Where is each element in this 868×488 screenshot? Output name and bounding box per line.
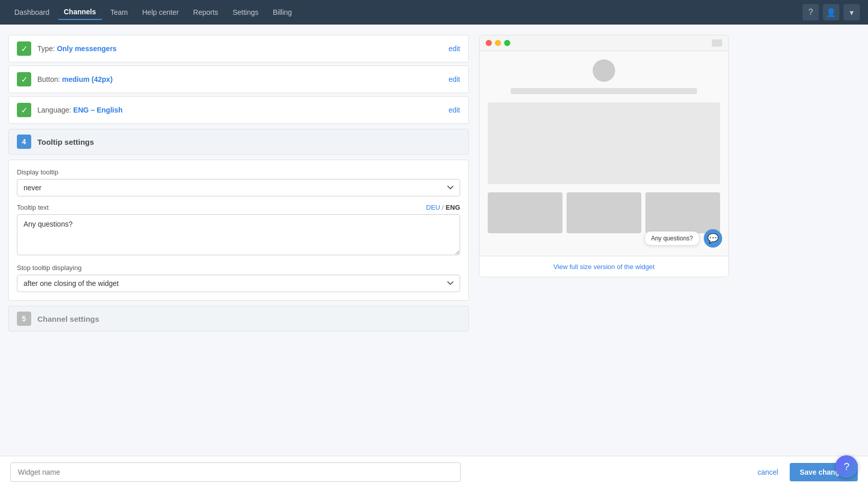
top-navigation: Dashboard Channels Team Help center Repo… xyxy=(0,0,868,25)
preview-avatar xyxy=(593,59,615,82)
language-check-icon: ✓ xyxy=(17,103,31,117)
view-fullsize-container: View full size version of the widget xyxy=(480,256,728,277)
nav-item-reports[interactable]: Reports xyxy=(187,5,224,19)
right-panel: Any questions? 💬 View full size version … xyxy=(479,35,729,478)
type-edit-link[interactable]: edit xyxy=(448,45,460,53)
preview-tooltip-bubble: Any questions? xyxy=(644,231,700,246)
preview-titlebar-icon xyxy=(712,39,722,47)
preview-content-box xyxy=(488,102,720,184)
nav-item-help-center[interactable]: Help center xyxy=(136,5,185,19)
lang-separator: / xyxy=(442,204,446,211)
channel-section-number: 5 xyxy=(17,312,31,326)
nav-links: Dashboard Channels Team Help center Repo… xyxy=(8,5,298,20)
view-fullsize-link[interactable]: View full size version of the widget xyxy=(553,263,655,271)
cancel-button[interactable]: cancel xyxy=(751,464,784,480)
preview-widget-area: Any questions? 💬 xyxy=(644,229,722,248)
tooltip-text-header: Tooltip text DEU / ENG xyxy=(17,204,460,211)
nav-item-settings[interactable]: Settings xyxy=(226,5,265,19)
nav-item-dashboard[interactable]: Dashboard xyxy=(8,5,56,19)
widget-preview: Any questions? 💬 View full size version … xyxy=(479,35,729,277)
traffic-dot-yellow xyxy=(495,40,501,46)
help-icon-button[interactable]: ? xyxy=(802,4,819,20)
display-tooltip-label: Display tooltip xyxy=(17,168,460,176)
nav-actions: ? 👤 ▾ xyxy=(802,4,860,20)
type-label: Type: Only messengers xyxy=(37,45,444,53)
main-container: ✓ Type: Only messengers edit ✓ Button: m… xyxy=(0,25,737,488)
language-edit-link[interactable]: edit xyxy=(448,106,460,114)
dropdown-icon-button[interactable]: ▾ xyxy=(843,4,860,20)
widget-name-input[interactable] xyxy=(10,462,461,482)
nav-item-channels[interactable]: Channels xyxy=(58,5,102,20)
preview-body: Any questions? 💬 xyxy=(480,51,728,256)
preview-card-2 xyxy=(567,192,641,233)
language-row: ✓ Language: ENG – English edit xyxy=(8,96,469,124)
support-bubble[interactable]: ? xyxy=(835,455,858,478)
display-tooltip-select[interactable]: never always after delay xyxy=(17,179,460,196)
button-check-icon: ✓ xyxy=(17,72,31,86)
channel-section-title: Channel settings xyxy=(37,315,99,323)
preview-titlebar xyxy=(480,35,728,51)
type-value: Only messengers xyxy=(57,45,117,53)
display-tooltip-group: Display tooltip never always after delay xyxy=(17,168,460,196)
stop-tooltip-label: Stop tooltip displaying xyxy=(17,264,460,272)
tooltip-text-group: Tooltip text DEU / ENG Any questions? xyxy=(17,204,460,257)
lang-deu-link[interactable]: DEU xyxy=(426,204,440,211)
preview-card-1 xyxy=(488,192,562,233)
tooltip-section-header[interactable]: 4 Tooltip settings xyxy=(8,129,469,154)
stop-tooltip-select[interactable]: after one closing of the widget never al… xyxy=(17,275,460,292)
button-label: Button: medium (42px) xyxy=(37,75,444,83)
language-value: ENG – English xyxy=(73,106,122,114)
lang-switcher: DEU / ENG xyxy=(426,204,460,211)
preview-bar xyxy=(511,88,697,94)
tooltip-section-title: Tooltip settings xyxy=(37,138,94,146)
lang-eng-active: ENG xyxy=(446,204,460,211)
traffic-dot-green xyxy=(504,40,510,46)
tooltip-text-label: Tooltip text xyxy=(17,204,49,211)
preview-card-3 xyxy=(645,192,720,233)
stop-tooltip-group: Stop tooltip displaying after one closin… xyxy=(17,264,460,292)
traffic-dot-red xyxy=(486,40,492,46)
language-label: Language: ENG – English xyxy=(37,106,444,114)
preview-cards xyxy=(488,192,720,233)
type-row: ✓ Type: Only messengers edit xyxy=(8,35,469,62)
bottom-bar: cancel Save changes xyxy=(0,456,868,488)
tooltip-settings-form: Display tooltip never always after delay… xyxy=(8,160,469,301)
type-check-icon: ✓ xyxy=(17,41,31,56)
nav-item-team[interactable]: Team xyxy=(104,5,134,19)
button-edit-link[interactable]: edit xyxy=(448,75,460,83)
nav-item-billing[interactable]: Billing xyxy=(267,5,298,19)
tooltip-section-number: 4 xyxy=(17,135,31,149)
button-value: medium (42px) xyxy=(62,75,113,83)
preview-chat-button: 💬 xyxy=(704,229,722,248)
user-icon-button[interactable]: 👤 xyxy=(823,4,839,20)
channel-section-header[interactable]: 5 Channel settings xyxy=(8,306,469,331)
tooltip-text-textarea[interactable]: Any questions? xyxy=(17,214,460,255)
button-row: ✓ Button: medium (42px) edit xyxy=(8,65,469,93)
left-panel: ✓ Type: Only messengers edit ✓ Button: m… xyxy=(8,35,469,478)
